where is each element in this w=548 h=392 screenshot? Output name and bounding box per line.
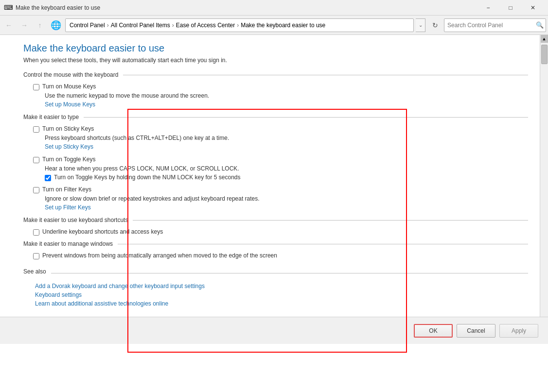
refresh-button[interactable]: ↻ — [428, 18, 442, 32]
minimize-button[interactable]: − — [477, 0, 499, 16]
prevent-arrange-label: Prevent windows from being automatically… — [42, 252, 277, 259]
option-mouse-keys: Turn on Mouse Keys — [23, 83, 528, 90]
section-mouse-line — [123, 75, 528, 75]
toggle-keys-hold-checkbox[interactable] — [45, 175, 51, 181]
content-area: Make the keyboard easier to use When you… — [0, 35, 540, 317]
see-also-header: See also — [23, 268, 528, 278]
filter-keys-label: Turn on Filter Keys — [42, 186, 91, 193]
section-mouse-header: Control the mouse with the keyboard — [23, 71, 528, 78]
scrollbar-up-arrow[interactable]: ▲ — [541, 35, 548, 43]
address-bar: ← → ↑ 🌐 Control Panel › All Control Pane… — [0, 16, 548, 35]
setup-mouse-keys-link[interactable]: Set up Mouse Keys — [23, 101, 528, 108]
mouse-keys-checkbox[interactable] — [33, 84, 39, 90]
window-title: Make the keyboard easier to use — [16, 4, 477, 11]
breadcrumb-eac: Ease of Access Center — [176, 22, 235, 29]
sep1: › — [107, 22, 109, 29]
setup-filter-keys-link[interactable]: Set up Filter Keys — [23, 204, 528, 211]
section-type-line — [84, 117, 528, 118]
cancel-button[interactable]: Cancel — [457, 324, 495, 338]
title-bar: ⌨ Make the keyboard easier to use − □ ✕ — [0, 0, 548, 16]
close-button[interactable]: ✕ — [522, 0, 544, 16]
option-sticky-keys: Turn on Sticky Keys — [23, 125, 528, 133]
forward-button[interactable]: → — [18, 18, 31, 32]
section-windows-title: Make it easier to manage windows — [23, 240, 113, 247]
page-title: Make the keyboard easier to use — [23, 43, 528, 54]
section-type-header: Make it easier to type — [23, 114, 528, 120]
section-shortcuts-header: Make it easier to use keyboard shortcuts — [23, 217, 528, 223]
option-toggle-keys: Turn on Toggle Keys — [23, 156, 528, 163]
back-button[interactable]: ← — [2, 18, 16, 32]
sticky-keys-label: Turn on Sticky Keys — [42, 125, 94, 132]
search-input[interactable] — [444, 22, 534, 29]
mouse-keys-label: Turn on Mouse Keys — [42, 83, 96, 90]
apply-button[interactable]: Apply — [499, 324, 538, 338]
sep3: › — [237, 22, 239, 29]
breadcrumb: Control Panel › All Control Panel Items … — [65, 18, 414, 32]
setup-sticky-keys-link[interactable]: Set up Sticky Keys — [23, 143, 528, 150]
toggle-keys-checkbox[interactable] — [33, 157, 39, 163]
ok-button[interactable]: OK — [414, 324, 453, 338]
breadcrumb-all: All Control Panel Items — [111, 22, 170, 29]
see-also-title: See also — [23, 268, 46, 275]
section-windows-header: Make it easier to manage windows — [23, 240, 528, 247]
toggle-keys-label: Turn on Toggle Keys — [42, 156, 95, 163]
breadcrumb-current: Make the keyboard easier to use — [241, 22, 325, 29]
see-also-line — [51, 273, 528, 273]
section-shortcuts-title: Make it easier to use keyboard shortcuts — [23, 217, 128, 223]
mouse-keys-desc: Use the numeric keypad to move the mouse… — [23, 92, 528, 99]
toggle-keys-hold-label: Turn on Toggle Keys by holding down the … — [54, 174, 241, 181]
sep2: › — [172, 22, 174, 29]
option-filter-keys: Turn on Filter Keys — [23, 186, 528, 193]
bottom-bar: OK Cancel Apply — [0, 317, 548, 344]
section-shortcuts-line — [133, 220, 528, 221]
see-also-link-dvorak[interactable]: Add a Dvorak keyboard and change other k… — [23, 283, 528, 290]
section-type-title: Make it easier to type — [23, 114, 79, 120]
sticky-keys-desc: Press keyboard shortcuts (such as CTRL+A… — [23, 135, 528, 141]
toggle-keys-desc: Hear a tone when you press CAPS LOCK, NU… — [23, 165, 528, 172]
globe-icon: 🌐 — [51, 20, 61, 31]
section-mouse-title: Control the mouse with the keyboard — [23, 71, 118, 78]
prevent-arrange-checkbox[interactable] — [33, 253, 39, 259]
scrollbar[interactable]: ▲ — [540, 35, 548, 317]
option-prevent-arrange: Prevent windows from being automatically… — [23, 252, 528, 259]
maximize-button[interactable]: □ — [499, 0, 522, 16]
filter-keys-checkbox[interactable] — [33, 187, 39, 193]
window-icon: ⌨ — [4, 4, 12, 12]
search-icon[interactable]: 🔍 — [534, 19, 546, 32]
sticky-keys-checkbox[interactable] — [33, 126, 39, 133]
see-also-section: See also Add a Dvorak keyboard and chang… — [23, 268, 528, 307]
section-windows-line — [118, 244, 528, 244]
filter-keys-desc: Ignore or slow down brief or repeated ke… — [23, 195, 528, 202]
option-underline-shortcuts: Underline keyboard shortcuts and access … — [23, 228, 528, 236]
search-box: 🔍 — [444, 18, 546, 32]
page-subtitle: When you select these tools, they will a… — [23, 57, 528, 64]
main-area: Make the keyboard easier to use When you… — [0, 35, 548, 317]
up-button[interactable]: ↑ — [33, 18, 47, 32]
option-toggle-keys-hold: Turn on Toggle Keys by holding down the … — [23, 174, 528, 181]
breadcrumb-cp: Control Panel — [70, 22, 105, 29]
see-also-link-assistive[interactable]: Learn about additional assistive technol… — [23, 300, 528, 307]
underline-shortcuts-checkbox[interactable] — [33, 229, 39, 236]
underline-shortcuts-label: Underline keyboard shortcuts and access … — [42, 228, 163, 235]
scrollbar-thumb[interactable] — [541, 45, 548, 64]
address-dropdown[interactable]: ⌄ — [416, 18, 425, 32]
see-also-link-keyboard[interactable]: Keyboard settings — [23, 291, 528, 298]
window-controls: − □ ✕ — [477, 0, 544, 16]
